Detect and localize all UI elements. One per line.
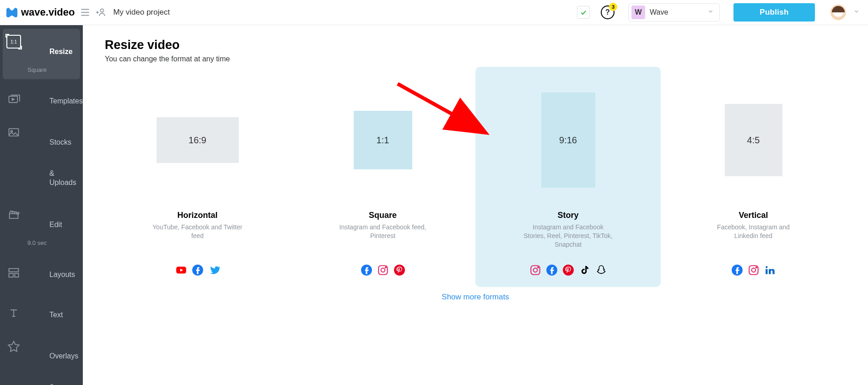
sidebar-item-overlays-stickers[interactable]: Overlays & Stickers (0, 333, 83, 385)
facebook-icon (361, 264, 372, 276)
publish-button[interactable]: Publish (733, 3, 815, 22)
facebook-icon (731, 264, 743, 276)
aspect-preview: 1:1 (354, 111, 412, 169)
svg-point-25 (394, 265, 405, 276)
workspace-selector[interactable]: W Wave (628, 3, 720, 22)
user-avatar[interactable] (830, 5, 846, 20)
format-title: Story (557, 211, 578, 220)
format-description: YouTube, Facebook and Twitter feed (152, 223, 243, 248)
page-title: Resize video (105, 38, 846, 52)
svg-rect-11 (9, 273, 13, 277)
svg-point-33 (751, 268, 755, 272)
sidebar: 1:1 Resize Square Templates Stocks & Upl… (0, 25, 83, 385)
resize-icon: 1:1 (6, 34, 21, 49)
instagram-icon (748, 264, 760, 276)
sidebar-item-label: Layouts (27, 257, 83, 288)
svg-point-28 (537, 267, 538, 268)
user-menu-chevron-icon[interactable] (853, 8, 860, 16)
image-icon (6, 125, 21, 140)
sidebar-item-label: Templates (27, 84, 83, 115)
sidebar-item-label: Stocks (27, 125, 83, 156)
linkedin-icon (764, 264, 776, 276)
snapchat-icon (595, 264, 607, 276)
layouts-icon (6, 266, 21, 280)
add-collaborator-icon[interactable] (96, 7, 107, 18)
clapper-icon (6, 207, 21, 222)
svg-marker-7 (12, 98, 15, 101)
svg-point-34 (755, 267, 756, 268)
show-more-link[interactable]: Show more formats (442, 293, 509, 301)
brand-text: wave.video (21, 6, 75, 18)
svg-point-23 (381, 268, 385, 272)
page-subtitle: You can change the format at any time (105, 55, 846, 63)
sidebar-item-sublabel: Square (27, 66, 83, 74)
svg-rect-12 (15, 273, 18, 277)
main-content: Resize video You can change the format a… (83, 25, 868, 385)
sidebar-item-stocks-uploads[interactable]: Stocks & Uploads (0, 119, 83, 202)
sidebar-item-label: Resize (27, 34, 83, 65)
svg-point-30 (563, 265, 574, 276)
format-description: Instagram and Facebook feed, Pinterest (337, 223, 429, 248)
facebook-icon (192, 264, 204, 276)
svg-point-24 (385, 267, 386, 268)
svg-rect-10 (9, 268, 19, 271)
instagram-icon (377, 264, 389, 276)
workspace-name: Wave (650, 8, 703, 16)
format-description: Facebook, Instagram and Linkedin feed (708, 223, 799, 248)
svg-marker-13 (8, 341, 19, 351)
format-description: Instagram and Facebook Stories, Reel, Pi… (523, 223, 614, 248)
aspect-preview: 4:5 (725, 104, 782, 176)
format-card-vertical[interactable]: 4:5 Vertical Facebook, Instagram and Lin… (661, 67, 846, 287)
svg-point-27 (533, 268, 537, 272)
help-button[interactable]: ? 3 (600, 5, 615, 20)
pinterest-icon (562, 264, 574, 276)
social-icons (361, 264, 405, 276)
sidebar-item-label: Overlays (27, 339, 83, 370)
format-card-story[interactable]: 9:16 Story Instagram and Facebook Storie… (475, 67, 661, 287)
sidebar-item-sublabel: 9.0 sec (27, 239, 83, 247)
help-notification-count: 3 (609, 3, 617, 11)
sidebar-item-label2: & Stickers (27, 370, 83, 385)
format-cards: 16:9 Horizontal YouTube, Facebook and Tw… (105, 67, 846, 287)
format-title: Vertical (739, 211, 768, 220)
social-icons (529, 264, 607, 276)
sidebar-item-edit[interactable]: Edit 9.0 sec (0, 202, 83, 252)
youtube-icon (175, 264, 187, 276)
project-name[interactable]: My video project (113, 8, 170, 17)
text-icon (6, 306, 21, 320)
instagram-icon (529, 264, 541, 276)
sidebar-item-layouts[interactable]: Layouts (0, 253, 83, 293)
menu-icon[interactable] (79, 6, 91, 18)
pinterest-icon (394, 264, 405, 276)
sidebar-item-templates[interactable]: Templates (0, 79, 83, 119)
format-card-horizontal[interactable]: 16:9 Horizontal YouTube, Facebook and Tw… (105, 67, 290, 287)
aspect-preview: 9:16 (541, 92, 595, 188)
sidebar-item-resize[interactable]: 1:1 Resize Square (3, 29, 80, 79)
social-icons (175, 264, 220, 276)
wave-logo-icon (5, 6, 19, 18)
sidebar-item-label: Text (27, 298, 83, 329)
workspace-initial: W (631, 5, 645, 19)
tiktok-icon (579, 264, 591, 276)
show-more-formats[interactable]: Show more formats (105, 293, 846, 302)
app-header: wave.video My video project ? 3 W Wave P… (0, 0, 868, 25)
social-icons (731, 264, 776, 276)
chevron-down-icon (707, 8, 714, 16)
status-saved-icon[interactable] (577, 6, 590, 19)
sidebar-item-text[interactable]: Text (0, 293, 83, 333)
sidebar-item-label: Edit (27, 207, 83, 239)
svg-point-3 (101, 9, 104, 12)
brand-logo[interactable]: wave.video (5, 6, 75, 18)
star-icon (6, 339, 21, 353)
format-title: Square (369, 211, 397, 220)
facebook-icon (546, 264, 558, 276)
aspect-preview: 16:9 (156, 117, 239, 163)
sidebar-item-label2: & Uploads (27, 156, 83, 196)
templates-icon (6, 92, 21, 107)
twitter-icon (208, 264, 220, 276)
format-title: Horizontal (178, 211, 218, 220)
format-card-square[interactable]: 1:1 Square Instagram and Facebook feed, … (290, 67, 475, 287)
